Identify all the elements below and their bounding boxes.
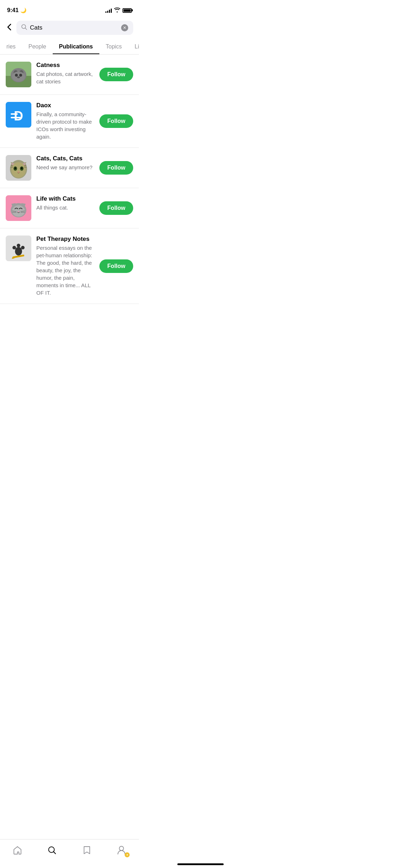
svg-rect-13	[11, 113, 18, 115]
status-time: 9:41	[7, 7, 19, 14]
list-item: Life with Cats All things cat. Follow	[0, 188, 139, 228]
follow-button-daox[interactable]: Follow	[99, 114, 133, 128]
pub-name: Life with Cats	[36, 195, 94, 202]
pub-info-catness: Catness Cat photos, cat artwork, cat sto…	[36, 62, 94, 85]
pub-desc: Need we say anymore?	[36, 164, 94, 171]
list-item: D Daox Finally, a community-driven proto…	[0, 95, 139, 148]
list-item: Pet Therapy Notes Personal essays on the…	[0, 228, 139, 304]
publications-list: Catness Cat photos, cat artwork, cat sto…	[0, 55, 139, 304]
signal-bar-2	[107, 11, 108, 13]
svg-point-42	[15, 247, 22, 255]
pub-name: Daox	[36, 102, 94, 109]
pub-name: Pet Therapy Notes	[36, 236, 94, 243]
back-button[interactable]	[6, 22, 13, 34]
svg-text:D: D	[14, 109, 23, 123]
follow-button-pettherapy[interactable]: Follow	[99, 259, 133, 273]
search-icon	[21, 24, 27, 31]
svg-point-8	[15, 74, 18, 77]
tab-topics[interactable]: Topics	[99, 39, 128, 54]
pub-desc: Finally, a community-driven protocol to …	[36, 110, 94, 140]
follow-button-catness[interactable]: Follow	[99, 68, 133, 81]
pub-info-pettherapy: Pet Therapy Notes Personal essays on the…	[36, 236, 94, 296]
search-bar[interactable]: Cats ✕	[16, 21, 133, 35]
tab-people[interactable]: People	[22, 39, 53, 54]
follow-button-lifewithcats[interactable]: Follow	[99, 201, 133, 215]
pub-name: Cats, Cats, Cats	[36, 155, 94, 162]
signal-bars	[105, 8, 112, 13]
pub-avatar-lifewithcats	[6, 195, 31, 221]
tab-lists[interactable]: Lists	[128, 39, 139, 54]
pub-avatar-catness	[6, 62, 31, 87]
signal-bar-4	[111, 9, 112, 13]
svg-point-9	[19, 74, 22, 77]
tab-stories[interactable]: ries	[0, 39, 22, 54]
search-clear-button[interactable]: ✕	[121, 24, 128, 31]
follow-button-cats3[interactable]: Follow	[99, 161, 133, 175]
svg-point-10	[17, 77, 20, 78]
search-container: Cats ✕	[0, 18, 139, 39]
tabs-container: ries People Publications Topics Lists	[0, 39, 139, 55]
moon-icon: 🌙	[20, 7, 26, 13]
pub-info-daox: Daox Finally, a community-driven protoco…	[36, 102, 94, 140]
pub-desc: All things cat.	[36, 204, 94, 211]
pub-info-cats3: Cats, Cats, Cats Need we say anymore?	[36, 155, 94, 171]
svg-point-44	[17, 244, 20, 247]
wifi-icon	[114, 7, 120, 14]
pub-avatar-daox: D	[6, 102, 31, 128]
svg-point-25	[21, 167, 22, 169]
list-item: Cats, Cats, Cats Need we say anymore? Fo…	[0, 148, 139, 188]
tab-publications[interactable]: Publications	[53, 39, 99, 54]
pub-info-lifewithcats: Life with Cats All things cat.	[36, 195, 94, 211]
pub-avatar-cats3	[6, 155, 31, 181]
svg-point-24	[15, 167, 16, 169]
pub-name: Catness	[36, 62, 94, 69]
svg-point-21	[11, 162, 26, 178]
pub-avatar-pettherapy	[6, 236, 31, 261]
svg-point-43	[12, 246, 16, 249]
svg-line-1	[25, 28, 27, 30]
list-item: Catness Cat photos, cat artwork, cat sto…	[0, 55, 139, 95]
svg-point-45	[21, 246, 25, 249]
battery-icon	[123, 8, 132, 13]
status-bar: 9:41 🌙	[0, 0, 139, 18]
signal-bar-3	[109, 10, 110, 13]
pub-desc: Cat photos, cat artwork, cat stories	[36, 70, 94, 85]
pub-desc: Personal essays on the pet-human relatio…	[36, 244, 94, 296]
status-icons	[105, 7, 132, 14]
search-query: Cats	[30, 24, 118, 31]
signal-bar-1	[105, 11, 106, 13]
svg-rect-14	[11, 117, 21, 118]
